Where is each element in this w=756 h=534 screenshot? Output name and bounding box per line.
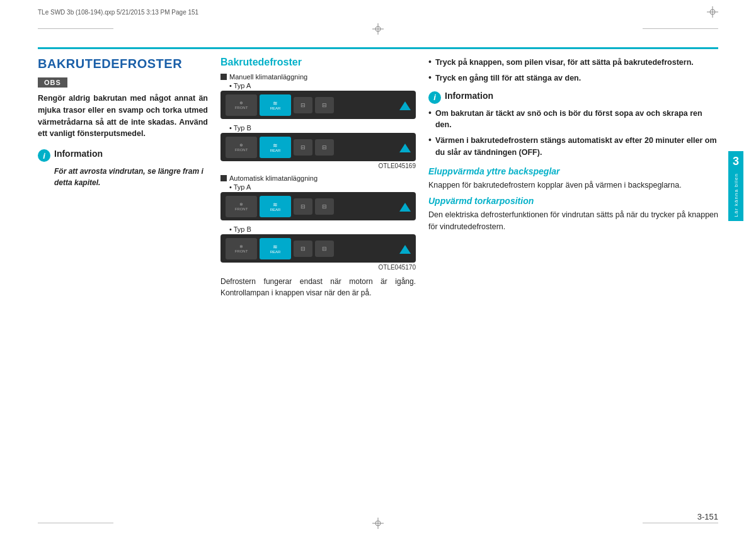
panel-label-1: Manuell klimatanläggning — [220, 73, 416, 81]
info-icon-left: i — [38, 149, 50, 162]
bullet-section-top: • Tryck på knappen, som pilen visar, för… — [428, 57, 718, 84]
bottom-line-right — [643, 523, 718, 523]
side-tab-text: Lär känna bilen — [733, 173, 739, 217]
panel-btn-extra-3b: ⊟ — [315, 198, 334, 215]
side-tab-number: 3 — [733, 155, 739, 168]
bullet-item-2: • Tryck en gång till för att stänga av d… — [428, 72, 718, 84]
panel-btn-rear-2: ≋ REAR — [260, 137, 291, 158]
otle-label-2: OTLE045170 — [220, 264, 416, 271]
top-line-right — [643, 28, 718, 29]
left-column: BAKRUTEDEFROSTER OBS Rengör aldrig bakru… — [38, 57, 208, 188]
panel-sublabel-3: • Typ A — [229, 183, 416, 191]
panel-label-1-text: Manuell klimatanläggning — [229, 73, 307, 81]
panel-arrow-2 — [399, 144, 411, 152]
mid-heading: Bakrutedefroster — [220, 57, 416, 68]
warning-text: Rengör aldrig bakrutan med något annat ä… — [38, 93, 208, 140]
obs-badge: OBS — [38, 77, 67, 88]
top-line-left — [38, 28, 113, 29]
panel-btn-extra-2a: ⊟ — [294, 139, 312, 156]
panel-display-3: ❄ FRONT ≋ REAR ⊟ ⊟ — [220, 192, 416, 220]
section-title: BAKRUTEDEFROSTER — [38, 57, 208, 71]
square-icon-1 — [220, 74, 227, 80]
square-icon-3 — [220, 175, 227, 181]
panel-sublabel-1: • Typ A — [229, 82, 416, 89]
right-bullet-dot-1: • — [428, 108, 432, 118]
panel-btn-front-2: ❄ FRONT — [226, 137, 257, 158]
panel-btn-extra-3a: ⊟ — [294, 198, 312, 215]
page-number: 3-151 — [697, 512, 718, 521]
panel-btn-extra-1b: ⊟ — [315, 97, 334, 113]
panel-btn-extra-4b: ⊟ — [315, 241, 334, 257]
mid-column: Bakrutedefroster Manuell klimatanläggnin… — [220, 57, 416, 298]
sub-text-2: Den elektriska defrosterfunktionen för v… — [428, 209, 718, 233]
bullet-dot-2: • — [428, 72, 432, 83]
main-content: BAKRUTEDEFROSTER OBS Rengör aldrig bakru… — [38, 47, 718, 499]
panel-section-2: • Typ B ❄ FRONT ≋ REAR ⊟ ⊟ — [220, 124, 416, 169]
panel-btn-rear-3: ≋ REAR — [260, 196, 291, 217]
bullet-text-2: Tryck en gång till för att stänga av den… — [435, 72, 581, 84]
bullet-item-1: • Tryck på knappen, som pilen visar, för… — [428, 57, 718, 69]
right-column: • Tryck på knappen, som pilen visar, för… — [428, 57, 718, 233]
right-info-bullet-1: • Om bakrutan är täckt av snö och is bör… — [428, 108, 718, 132]
bullet-dot-1: • — [428, 57, 432, 67]
panel-sublabel-2: • Typ B — [229, 124, 416, 132]
print-header-text: TLe SWD 3b (108-194).qxp 5/21/2015 3:13 … — [38, 9, 198, 16]
panel-section-1: Manuell klimatanläggning • Typ A ❄ FRONT… — [220, 73, 416, 119]
columns-layout: BAKRUTEDEFROSTER OBS Rengör aldrig bakru… — [38, 57, 718, 298]
panel-label-3-text: Automatisk klimatanläggning — [229, 174, 318, 182]
bottom-line-left — [38, 523, 113, 523]
info-text-left: För att avrosta vindrutan, se längre fra… — [54, 166, 208, 188]
right-info-bullets: • Om bakrutan är täckt av snö och is bör… — [428, 108, 718, 159]
info-box-left: i Information — [38, 149, 208, 162]
info-title-left: Information — [54, 149, 103, 159]
otle-label-1: OTLE045169 — [220, 162, 416, 169]
panel-btn-rear-1: ≋ REAR — [260, 94, 291, 116]
panel-sublabel-4: • Typ B — [229, 225, 416, 233]
panel-label-3: Automatisk klimatanläggning — [220, 174, 416, 182]
defrost-text: Defrostern fungerar endast när motorn är… — [220, 276, 416, 298]
sub-text-1: Knappen för bakrutedefrostern kopplar äv… — [428, 179, 718, 191]
top-rule — [38, 47, 718, 49]
panel-btn-front-1: ❄ FRONT — [226, 94, 257, 116]
right-bullet-dot-2: • — [428, 135, 432, 145]
panel-section-3: Automatisk klimatanläggning • Typ A ❄ FR… — [220, 174, 416, 220]
panel-display-4: ❄ FRONT ≋ REAR ⊟ ⊟ — [220, 234, 416, 263]
panel-display-1a: ❄ FRONT ≋ REAR ⊟ ⊟ — [220, 91, 416, 119]
right-info-section: i Information • Om bakrutan är täckt av … — [428, 91, 718, 159]
panel-btn-front-4: ❄ FRONT — [226, 238, 257, 259]
info-icon-right: i — [428, 91, 441, 104]
right-info-bullet-text-1: Om bakrutan är täckt av snö och is bör d… — [435, 108, 718, 132]
bullet-text-1: Tryck på knappen, som pilen visar, för a… — [435, 57, 694, 69]
panel-section-4: • Typ B ❄ FRONT ≋ REAR ⊟ ⊟ — [220, 225, 416, 271]
top-crosshair-icon — [372, 23, 384, 37]
top-decoration — [38, 22, 718, 41]
subheading-2: Uppvärmd torkarposition — [428, 196, 718, 206]
subheading-1: Eluppvärmda yttre backspeglar — [428, 166, 718, 176]
right-info-bullet-2: • Värmen i bakrutedefrostern stängs auto… — [428, 135, 718, 159]
panel-arrow-1 — [399, 101, 411, 110]
header-crosshair-icon — [707, 6, 718, 18]
panel-btn-front-3: ❄ FRONT — [226, 196, 257, 217]
panel-btn-extra-1a: ⊟ — [294, 97, 312, 113]
panel-arrow-3 — [399, 203, 411, 212]
panel-btn-rear-4: ≋ REAR — [260, 238, 291, 259]
info-box-right: i Information — [428, 91, 718, 104]
panel-btn-extra-2b: ⊟ — [315, 139, 334, 156]
print-header: TLe SWD 3b (108-194).qxp 5/21/2015 3:13 … — [38, 6, 718, 18]
side-tab: 3 Lär känna bilen — [728, 151, 743, 221]
panel-display-2: ❄ FRONT ≋ REAR ⊟ ⊟ — [220, 133, 416, 161]
panel-btn-extra-4a: ⊟ — [294, 241, 312, 257]
panel-arrow-4 — [399, 245, 411, 254]
right-info-bullet-text-2: Värmen i bakrutedefrostern stängs automa… — [435, 135, 718, 159]
info-title-right: Information — [445, 91, 493, 101]
bottom-crosshair-icon — [372, 518, 384, 531]
